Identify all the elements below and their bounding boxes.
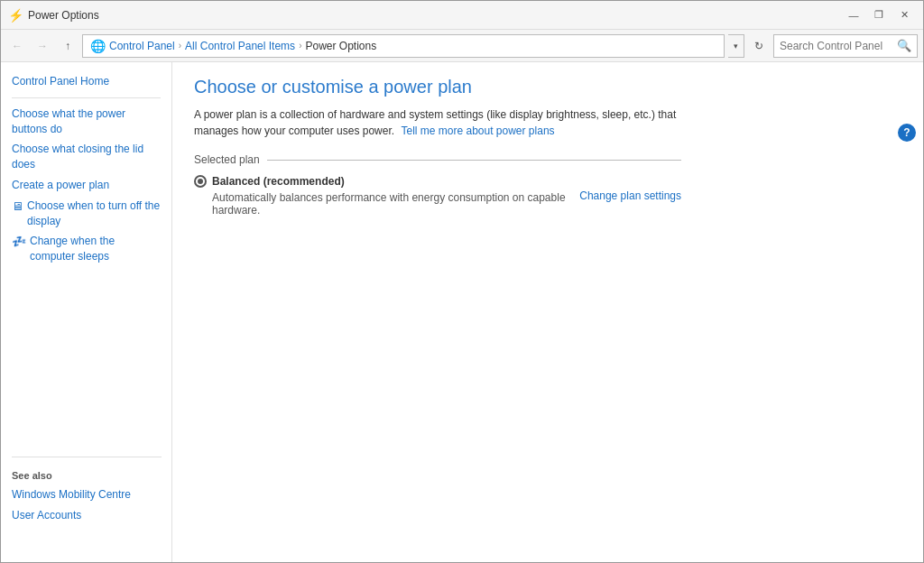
sidebar-item-closing-lid[interactable]: Choose what closing the lid does <box>1 139 171 175</box>
breadcrumb-item-2[interactable]: All Control Panel Items <box>185 40 295 52</box>
sidebar-item-label-4: Change when the computer sleeps <box>30 234 161 264</box>
sidebar-divider-1 <box>12 97 161 98</box>
tell-me-more-link[interactable]: Tell me more about power plans <box>401 125 554 137</box>
address-actions: ↻ <box>748 35 770 57</box>
window-icon: ⚡ <box>8 8 23 23</box>
search-icon: 🔍 <box>897 39 911 52</box>
window-title: Power Options <box>28 9 842 22</box>
sidebar-divider-2 <box>12 457 162 457</box>
power-options-window: ⚡ Power Options — ❐ ✕ ← → ↑ 🌐 Control Pa… <box>0 0 924 563</box>
plan-name: Balanced (recommended) <box>212 175 345 188</box>
breadcrumb-icon: 🌐 <box>90 39 106 53</box>
minimize-button[interactable]: — <box>842 6 865 24</box>
radio-dot <box>198 179 203 184</box>
plan-row: Balanced (recommended) Automatically bal… <box>194 175 681 217</box>
forward-button[interactable]: → <box>32 35 53 57</box>
address-bar: ← → ↑ 🌐 Control Panel › All Control Pane… <box>1 30 923 62</box>
breadcrumb-sep-1: › <box>179 41 181 51</box>
sidebar-item-label-1: Choose what closing the lid does <box>12 142 161 172</box>
window-body: ? Control Panel Home Choose what the pow… <box>1 62 923 562</box>
up-button[interactable]: ↑ <box>57 35 79 57</box>
plan-radio-row: Balanced (recommended) <box>194 175 579 188</box>
sidebar-item-what-power-buttons-do[interactable]: Choose what the power buttons do <box>1 104 171 140</box>
see-also-section: See also Windows Mobility Centre User Ac… <box>1 451 172 526</box>
sidebar-item-label-home: Control Panel Home <box>12 74 109 89</box>
sidebar-item-control-panel-home[interactable]: Control Panel Home <box>1 71 171 92</box>
breadcrumb: 🌐 Control Panel › All Control Panel Item… <box>90 39 376 53</box>
sleep-icon: 💤 <box>12 234 26 250</box>
plan-description: Automatically balances performance with … <box>212 191 579 217</box>
address-dropdown-button[interactable]: ▾ <box>728 34 744 58</box>
back-button[interactable]: ← <box>6 35 28 57</box>
sidebar-item-label-2: Create a power plan <box>12 178 109 193</box>
close-button[interactable]: ✕ <box>892 6 916 24</box>
breadcrumb-item-3: Power Options <box>305 40 376 52</box>
search-input[interactable] <box>780 40 893 52</box>
breadcrumb-item-1[interactable]: Control Panel <box>109 40 175 52</box>
window-controls: — ❐ ✕ <box>842 6 916 24</box>
see-also-label: See also <box>1 463 172 485</box>
help-button[interactable]: ? <box>898 124 916 142</box>
sidebar-item-turn-off-display[interactable]: 🖥 Choose when to turn off the display <box>1 196 171 232</box>
page-title: Choose or customise a power plan <box>194 77 901 97</box>
change-plan-settings-link[interactable]: Change plan settings <box>579 189 681 202</box>
page-description: A power plan is a collection of hardware… <box>194 106 681 139</box>
plan-radio-button[interactable] <box>194 175 207 188</box>
sidebar-item-label-3: Choose when to turn off the display <box>27 198 161 229</box>
refresh-button[interactable]: ↻ <box>748 35 770 57</box>
title-bar: ⚡ Power Options — ❐ ✕ <box>1 1 923 30</box>
sidebar-item-label-0: Choose what the power buttons do <box>12 106 161 137</box>
section-divider <box>267 160 681 161</box>
monitor-icon: 🖥 <box>12 198 23 215</box>
search-box: 🔍 <box>773 34 918 58</box>
address-field[interactable]: 🌐 Control Panel › All Control Panel Item… <box>82 34 725 58</box>
section-title: Selected plan <box>194 153 260 166</box>
sidebar-item-label-windows-mobility: Windows Mobility Centre <box>12 487 131 503</box>
sidebar: Control Panel Home Choose what the power… <box>1 62 172 562</box>
sidebar-item-computer-sleeps[interactable]: 💤 Change when the computer sleeps <box>1 231 171 267</box>
section-header: Selected plan <box>194 153 681 166</box>
sidebar-item-create-power-plan[interactable]: Create a power plan <box>1 175 171 196</box>
selected-plan-section: Selected plan Balanced (recommended) Aut… <box>194 153 681 217</box>
sidebar-item-windows-mobility[interactable]: Windows Mobility Centre <box>1 485 172 505</box>
main-content: Choose or customise a power plan A power… <box>172 62 923 562</box>
sidebar-item-label-user-accounts: User Accounts <box>12 508 81 523</box>
plan-info: Balanced (recommended) Automatically bal… <box>194 175 579 217</box>
restore-button[interactable]: ❐ <box>867 6 891 24</box>
sidebar-item-user-accounts[interactable]: User Accounts <box>1 505 172 526</box>
breadcrumb-sep-2: › <box>299 41 301 51</box>
